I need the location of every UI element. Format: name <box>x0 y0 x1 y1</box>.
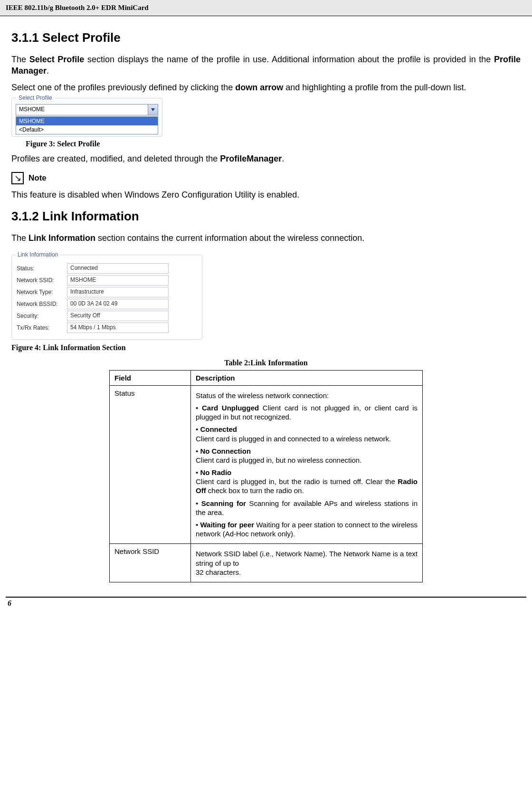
page-footer: 6 <box>6 597 526 612</box>
bssid-field: 00 0D 3A 24 02 49 <box>67 299 169 309</box>
note-label: Note <box>28 173 47 183</box>
para-select-profile-2: Select one of the profiles previously de… <box>11 82 521 93</box>
td-field-ssid: Network SSID <box>110 544 191 582</box>
para-select-profile-1: The Select Profile section displays the … <box>11 54 521 77</box>
linkinfo-row-status: Status: Connected <box>17 263 197 274</box>
table-2-caption: Table 2:Link Information <box>11 359 521 367</box>
profile-combobox-list: MSHOME <Default> <box>16 116 158 134</box>
th-field: Field <box>110 370 191 385</box>
para-select-profile-3: Profiles are created, modified, and dele… <box>11 153 521 164</box>
profile-combobox-text: MSHOME <box>16 105 148 115</box>
profile-option-mshome[interactable]: MSHOME <box>16 117 158 125</box>
th-description: Description <box>191 370 423 385</box>
page-body: 3.1.1 Select Profile The Select Profile … <box>0 16 532 587</box>
linkinfo-row-ssid: Network SSID: MSHOME <box>17 275 197 286</box>
profile-combobox[interactable]: MSHOME <box>16 104 158 115</box>
figure-select-profile: Select Profile MSHOME MSHOME <Default> <box>11 98 162 137</box>
table-row: Status Status of the wireless network co… <box>110 385 423 544</box>
status-field: Connected <box>67 263 169 274</box>
note-icon: ↘ <box>11 172 24 184</box>
figure-4-caption: Figure 4: Link Information Section <box>11 343 521 352</box>
note-text: This feature is disabled when Windows Ze… <box>11 189 521 200</box>
security-field: Security Off <box>67 311 169 321</box>
doc-header-title: IEEE 802.11b/g Bluetooth 2.0+ EDR MiniCa… <box>6 4 149 11</box>
linkinfo-row-security: Security: Security Off <box>17 311 197 321</box>
groupbox-legend-linkinfo: Link Information <box>16 251 60 258</box>
doc-header: IEEE 802.11b/g Bluetooth 2.0+ EDR MiniCa… <box>0 0 532 16</box>
heading-link-information: 3.1.2 Link Information <box>11 209 521 224</box>
groupbox-legend: Select Profile <box>17 95 54 101</box>
linkinfo-row-rates: Tx/Rx Rates: 54 Mbps / 1 Mbps <box>17 323 197 333</box>
type-field: Infrastructure <box>67 287 169 297</box>
table-row: Network SSID Network SSID label (i.e., N… <box>110 544 423 582</box>
figure-3-caption: Figure 3: Select Profile <box>26 140 521 148</box>
para-link-info: The Link Information section contains th… <box>11 232 521 244</box>
td-desc-ssid: Network SSID label (i.e., Network Name).… <box>191 544 423 582</box>
rates-field: 54 Mbps / 1 Mbps <box>67 323 169 333</box>
figure-link-information: Link Information Status: Connected Netwo… <box>11 255 202 340</box>
link-information-table: Field Description Status Status of the w… <box>109 370 423 582</box>
heading-select-profile: 3.1.1 Select Profile <box>11 30 521 45</box>
page-number: 6 <box>8 599 11 607</box>
ssid-field: MSHOME <box>67 275 169 286</box>
note-block: ↘ Note <box>11 172 521 184</box>
td-desc-status: Status of the wireless network connectio… <box>191 385 423 544</box>
td-field-status: Status <box>110 385 191 544</box>
chevron-down-icon[interactable] <box>148 105 158 115</box>
linkinfo-row-type: Network Type: Infrastructure <box>17 287 197 297</box>
linkinfo-row-bssid: Network BSSID: 00 0D 3A 24 02 49 <box>17 299 197 309</box>
profile-option-default[interactable]: <Default> <box>16 125 158 134</box>
table-header-row: Field Description <box>110 370 423 385</box>
